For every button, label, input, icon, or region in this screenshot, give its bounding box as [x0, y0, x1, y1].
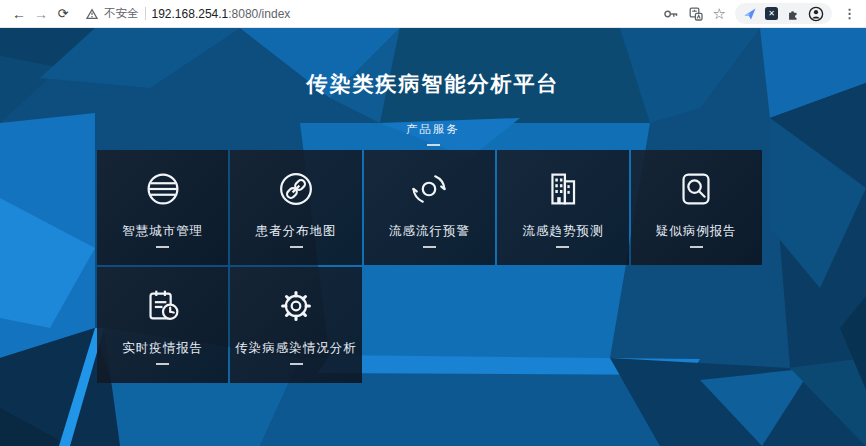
link-icon	[273, 166, 319, 212]
report-clock-icon	[140, 283, 186, 329]
document-search-icon	[673, 166, 719, 212]
card-suspected-case-report[interactable]: 疑似病例报告	[631, 150, 762, 265]
browser-toolbar: ← → ⟳ 不安全 192.168.254.1:8080/index	[0, 0, 866, 28]
card-infection-analysis[interactable]: 传染病感染情况分析	[230, 267, 361, 383]
service-card-grid: 智慧城市管理 患者分布地图	[97, 150, 762, 383]
card-dash	[423, 246, 436, 248]
blue-extension-icon[interactable]	[743, 7, 757, 21]
buildings-icon	[540, 166, 586, 212]
card-dash	[156, 246, 169, 248]
card-smart-city-management[interactable]: 智慧城市管理	[97, 150, 228, 265]
hero-header: 传染类疾病智能分析平台 产品服务	[0, 28, 866, 146]
address-divider	[145, 7, 146, 20]
url-path: :8080/index	[228, 7, 290, 21]
card-label: 流感趋势预测	[522, 223, 603, 240]
address-bar[interactable]: 不安全 192.168.254.1:8080/index	[86, 3, 663, 25]
translate-icon[interactable]	[688, 6, 704, 22]
card-label: 流感流行预警	[389, 223, 470, 240]
extensions-pill: ✕	[735, 3, 832, 24]
card-label: 实时疫情报告	[122, 340, 203, 357]
password-key-icon[interactable]	[663, 6, 679, 22]
card-flu-epidemic-warning[interactable]: 流感流行预警	[364, 150, 495, 265]
not-secure-warning-icon	[86, 8, 98, 20]
dark-box-extension-icon[interactable]: ✕	[765, 7, 778, 20]
card-label: 传染病感染情况分析	[235, 340, 357, 357]
card-label: 患者分布地图	[256, 223, 337, 240]
card-dash	[156, 363, 169, 365]
extensions-puzzle-icon[interactable]	[786, 7, 800, 21]
gear-icon	[273, 283, 319, 329]
sync-rings-icon	[406, 166, 452, 212]
bookmark-star-icon[interactable]: ☆	[713, 6, 726, 21]
card-label: 智慧城市管理	[122, 223, 203, 240]
refresh-button[interactable]: ⟳	[52, 3, 74, 25]
page-body: 传染类疾病智能分析平台 产品服务 智慧城市管理	[0, 28, 866, 446]
forward-button[interactable]: →	[30, 3, 52, 25]
security-label: 不安全	[104, 6, 139, 21]
profile-avatar-icon[interactable]	[808, 6, 824, 22]
card-dash	[556, 246, 569, 248]
subtitle-dash	[427, 144, 440, 146]
url-host: 192.168.254.1	[152, 7, 229, 21]
section-subtitle: 产品服务	[0, 122, 866, 137]
card-dash	[290, 246, 303, 248]
card-flu-trend-forecast[interactable]: 流感趋势预测	[497, 150, 628, 265]
page-title: 传染类疾病智能分析平台	[0, 70, 866, 98]
url-text: 192.168.254.1:8080/index	[152, 7, 291, 21]
card-label: 疑似病例报告	[656, 223, 737, 240]
card-dash	[290, 363, 303, 365]
toolbar-right-cluster: ☆ ✕ ⋮	[663, 3, 858, 24]
card-realtime-epidemic-report[interactable]: 实时疫情报告	[97, 267, 228, 383]
card-patient-distribution-map[interactable]: 患者分布地图	[230, 150, 361, 265]
city-database-icon	[140, 166, 186, 212]
menu-kebab-icon[interactable]: ⋮	[841, 6, 858, 21]
back-button[interactable]: ←	[8, 3, 30, 25]
card-dash	[690, 246, 703, 248]
